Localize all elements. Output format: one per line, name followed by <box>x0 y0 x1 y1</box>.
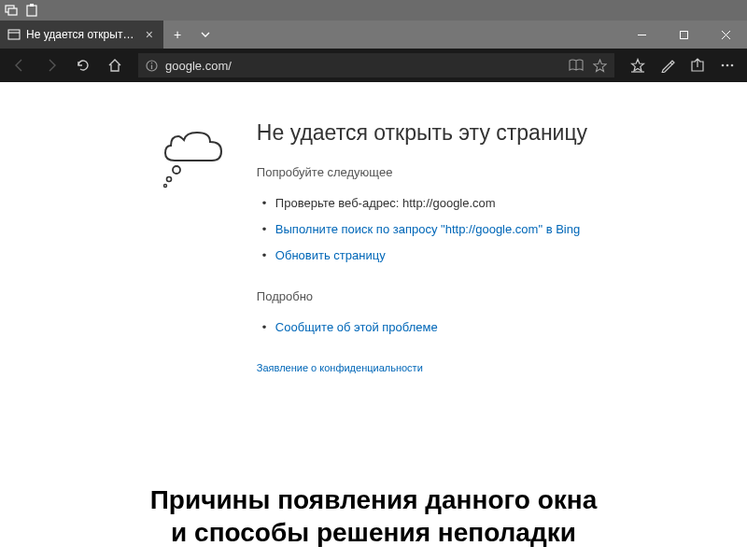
details-label: Подробно <box>257 289 587 303</box>
page-content: Не удается открыть эту страницу Попробуй… <box>0 82 747 373</box>
report-link[interactable]: Сообщите об этой проблеме <box>275 320 438 334</box>
forward-button[interactable] <box>37 51 65 79</box>
refresh-button[interactable] <box>69 51 97 79</box>
close-window-button[interactable] <box>705 21 747 49</box>
tab-favicon <box>7 28 21 41</box>
back-button[interactable] <box>6 51 34 79</box>
system-taskbar <box>0 0 747 21</box>
tab-close-button[interactable]: × <box>143 27 156 42</box>
suggestion-report: Сообщите об этой проблеме <box>262 315 587 341</box>
svg-rect-7 <box>681 31 688 38</box>
tab-title: Не удается открыть эту <box>26 28 137 41</box>
site-info-icon[interactable] <box>146 60 158 72</box>
caption-line-2: и способы решения неполадки <box>19 516 728 549</box>
error-cloud-icon <box>160 119 234 373</box>
suggestion-search-bing: Выполните поиск по запросу "http://googl… <box>262 217 587 243</box>
svg-point-18 <box>166 177 171 182</box>
browser-toolbar: google.com/ <box>0 49 747 82</box>
taskbar-clipboard-icon <box>24 3 39 18</box>
caption-line-1: Причины появления данного окна <box>19 483 728 516</box>
new-tab-button[interactable]: + <box>163 21 191 49</box>
share-button[interactable] <box>684 51 712 79</box>
svg-point-12 <box>151 62 153 63</box>
refresh-link[interactable]: Обновить страницу <box>275 248 386 262</box>
search-bing-link[interactable]: Выполните поиск по запросу "http://googl… <box>275 222 580 236</box>
window-controls <box>621 21 747 49</box>
reading-view-icon[interactable] <box>569 59 584 73</box>
svg-point-17 <box>173 166 180 174</box>
address-bar[interactable]: google.com/ <box>138 53 614 77</box>
error-title: Не удается открыть эту страницу <box>257 119 587 147</box>
minimize-button[interactable] <box>621 21 663 49</box>
svg-rect-1 <box>8 8 17 15</box>
svg-point-19 <box>163 185 166 188</box>
suggestion-check-address: Проверьте веб-адрес: http://google.com <box>262 190 587 217</box>
notes-button[interactable] <box>654 51 682 79</box>
more-button[interactable] <box>713 51 741 79</box>
url-text: google.com/ <box>165 59 561 73</box>
maximize-button[interactable] <box>663 21 705 49</box>
overlay-caption: Причины появления данного окна и способы… <box>0 483 747 549</box>
browser-tab[interactable]: Не удается открыть эту × <box>0 21 163 49</box>
taskbar-app-icon <box>4 3 19 18</box>
tab-bar: Не удается открыть эту × + <box>0 21 747 49</box>
tab-dropdown-button[interactable] <box>191 21 219 49</box>
svg-rect-2 <box>27 6 36 16</box>
privacy-link[interactable]: Заявление о конфиденциальности <box>257 362 587 373</box>
svg-point-16 <box>731 64 734 67</box>
svg-rect-3 <box>30 4 34 7</box>
try-label: Попробуйте следующее <box>257 165 587 179</box>
home-button[interactable] <box>101 51 129 79</box>
suggestion-refresh: Обновить страницу <box>262 243 587 269</box>
svg-point-15 <box>726 64 729 67</box>
favorite-icon[interactable] <box>593 59 607 73</box>
svg-point-14 <box>722 64 725 67</box>
svg-rect-4 <box>8 30 20 39</box>
favorites-button[interactable] <box>624 51 652 79</box>
